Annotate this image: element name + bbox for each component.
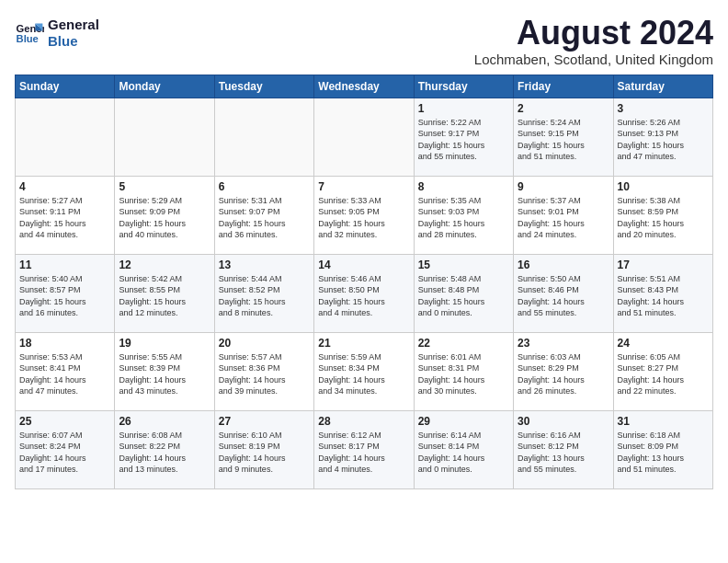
cell-content: Sunrise: 6:03 AM Sunset: 8:29 PM Dayligh… xyxy=(518,351,609,397)
calendar-cell: 21Sunrise: 5:59 AM Sunset: 8:34 PM Dayli… xyxy=(314,332,414,410)
day-number: 4 xyxy=(19,180,110,193)
calendar-cell: 4Sunrise: 5:27 AM Sunset: 9:11 PM Daylig… xyxy=(16,176,115,254)
cell-content: Sunrise: 5:53 AM Sunset: 8:41 PM Dayligh… xyxy=(19,351,110,397)
cell-content: Sunrise: 6:18 AM Sunset: 8:09 PM Dayligh… xyxy=(618,430,709,476)
calendar-cell: 11Sunrise: 5:40 AM Sunset: 8:57 PM Dayli… xyxy=(16,254,115,332)
cell-content: Sunrise: 5:55 AM Sunset: 8:39 PM Dayligh… xyxy=(119,351,210,397)
calendar-cell: 24Sunrise: 6:05 AM Sunset: 8:27 PM Dayli… xyxy=(613,332,712,410)
calendar-table: SundayMondayTuesdayWednesdayThursdayFrid… xyxy=(15,75,713,489)
cell-content: Sunrise: 5:35 AM Sunset: 9:03 PM Dayligh… xyxy=(418,195,509,241)
calendar-cell: 19Sunrise: 5:55 AM Sunset: 8:39 PM Dayli… xyxy=(115,332,214,410)
calendar-cell: 14Sunrise: 5:46 AM Sunset: 8:50 PM Dayli… xyxy=(314,254,414,332)
calendar-cell xyxy=(115,98,214,176)
calendar-cell: 15Sunrise: 5:48 AM Sunset: 8:48 PM Dayli… xyxy=(414,254,513,332)
cell-content: Sunrise: 5:22 AM Sunset: 9:17 PM Dayligh… xyxy=(418,117,509,163)
cell-content: Sunrise: 6:14 AM Sunset: 8:14 PM Dayligh… xyxy=(418,430,509,476)
calendar-cell: 13Sunrise: 5:44 AM Sunset: 8:52 PM Dayli… xyxy=(214,254,313,332)
calendar-cell: 31Sunrise: 6:18 AM Sunset: 8:09 PM Dayli… xyxy=(613,410,712,488)
day-number: 9 xyxy=(518,180,609,193)
page-header: General Blue General Blue August 2024 Lo… xyxy=(15,15,713,67)
day-number: 1 xyxy=(418,102,509,115)
cell-content: Sunrise: 6:07 AM Sunset: 8:24 PM Dayligh… xyxy=(19,430,110,476)
calendar-cell: 2Sunrise: 5:24 AM Sunset: 9:15 PM Daylig… xyxy=(514,98,613,176)
calendar-cell: 22Sunrise: 6:01 AM Sunset: 8:31 PM Dayli… xyxy=(414,332,513,410)
cell-content: Sunrise: 5:38 AM Sunset: 8:59 PM Dayligh… xyxy=(618,195,709,241)
cell-content: Sunrise: 6:12 AM Sunset: 8:17 PM Dayligh… xyxy=(318,430,409,476)
calendar-cell: 10Sunrise: 5:38 AM Sunset: 8:59 PM Dayli… xyxy=(613,176,712,254)
calendar-cell: 20Sunrise: 5:57 AM Sunset: 8:36 PM Dayli… xyxy=(214,332,313,410)
col-header-tuesday: Tuesday xyxy=(214,75,313,98)
col-header-wednesday: Wednesday xyxy=(314,75,414,98)
calendar-cell: 28Sunrise: 6:12 AM Sunset: 8:17 PM Dayli… xyxy=(314,410,414,488)
day-number: 29 xyxy=(418,415,509,428)
calendar-cell: 23Sunrise: 6:03 AM Sunset: 8:29 PM Dayli… xyxy=(514,332,613,410)
cell-content: Sunrise: 5:24 AM Sunset: 9:15 PM Dayligh… xyxy=(518,117,609,163)
day-number: 15 xyxy=(418,259,509,271)
calendar-cell: 3Sunrise: 5:26 AM Sunset: 9:13 PM Daylig… xyxy=(613,98,712,176)
cell-content: Sunrise: 6:16 AM Sunset: 8:12 PM Dayligh… xyxy=(518,430,609,476)
logo: General Blue General Blue xyxy=(15,15,99,50)
day-number: 19 xyxy=(119,337,210,350)
cell-content: Sunrise: 5:33 AM Sunset: 9:05 PM Dayligh… xyxy=(318,195,409,241)
cell-content: Sunrise: 5:29 AM Sunset: 9:09 PM Dayligh… xyxy=(119,195,210,241)
cell-content: Sunrise: 5:26 AM Sunset: 9:13 PM Dayligh… xyxy=(618,117,709,163)
calendar-cell xyxy=(16,98,115,176)
day-number: 17 xyxy=(618,259,709,271)
day-number: 8 xyxy=(418,180,509,193)
day-number: 22 xyxy=(418,337,509,350)
day-number: 3 xyxy=(618,102,709,115)
day-number: 14 xyxy=(318,259,409,271)
day-number: 26 xyxy=(119,415,210,428)
day-number: 12 xyxy=(119,259,210,271)
calendar-cell: 25Sunrise: 6:07 AM Sunset: 8:24 PM Dayli… xyxy=(16,410,115,488)
day-number: 11 xyxy=(19,259,110,271)
day-number: 25 xyxy=(19,415,110,428)
calendar-cell: 5Sunrise: 5:29 AM Sunset: 9:09 PM Daylig… xyxy=(115,176,214,254)
month-year: August 2024 xyxy=(474,15,713,52)
calendar-cell: 6Sunrise: 5:31 AM Sunset: 9:07 PM Daylig… xyxy=(214,176,313,254)
cell-content: Sunrise: 5:59 AM Sunset: 8:34 PM Dayligh… xyxy=(318,351,409,397)
day-number: 18 xyxy=(19,337,110,350)
cell-content: Sunrise: 6:08 AM Sunset: 8:22 PM Dayligh… xyxy=(119,430,210,476)
cell-content: Sunrise: 5:40 AM Sunset: 8:57 PM Dayligh… xyxy=(19,273,110,319)
day-number: 31 xyxy=(618,415,709,428)
day-number: 10 xyxy=(618,180,709,193)
cell-content: Sunrise: 5:48 AM Sunset: 8:48 PM Dayligh… xyxy=(418,273,509,319)
calendar-cell: 18Sunrise: 5:53 AM Sunset: 8:41 PM Dayli… xyxy=(16,332,115,410)
cell-content: Sunrise: 6:05 AM Sunset: 8:27 PM Dayligh… xyxy=(618,351,709,397)
day-number: 21 xyxy=(318,337,409,350)
calendar-cell: 9Sunrise: 5:37 AM Sunset: 9:01 PM Daylig… xyxy=(514,176,613,254)
day-number: 24 xyxy=(618,337,709,350)
cell-content: Sunrise: 5:46 AM Sunset: 8:50 PM Dayligh… xyxy=(318,273,409,319)
calendar-cell: 29Sunrise: 6:14 AM Sunset: 8:14 PM Dayli… xyxy=(414,410,513,488)
day-number: 5 xyxy=(119,180,210,193)
col-header-saturday: Saturday xyxy=(613,75,712,98)
calendar-cell: 1Sunrise: 5:22 AM Sunset: 9:17 PM Daylig… xyxy=(414,98,513,176)
calendar-cell xyxy=(214,98,313,176)
logo-icon: General Blue xyxy=(15,17,44,47)
cell-content: Sunrise: 5:27 AM Sunset: 9:11 PM Dayligh… xyxy=(19,195,110,241)
cell-content: Sunrise: 6:01 AM Sunset: 8:31 PM Dayligh… xyxy=(418,351,509,397)
col-header-friday: Friday xyxy=(514,75,613,98)
cell-content: Sunrise: 5:57 AM Sunset: 8:36 PM Dayligh… xyxy=(219,351,310,397)
day-number: 13 xyxy=(219,259,310,271)
calendar-cell xyxy=(314,98,414,176)
cell-content: Sunrise: 5:50 AM Sunset: 8:46 PM Dayligh… xyxy=(518,273,609,319)
svg-text:Blue: Blue xyxy=(17,33,39,44)
col-header-monday: Monday xyxy=(115,75,214,98)
col-header-sunday: Sunday xyxy=(16,75,115,98)
day-number: 23 xyxy=(518,337,609,350)
day-number: 16 xyxy=(518,259,609,271)
calendar-cell: 7Sunrise: 5:33 AM Sunset: 9:05 PM Daylig… xyxy=(314,176,414,254)
cell-content: Sunrise: 5:31 AM Sunset: 9:07 PM Dayligh… xyxy=(219,195,310,241)
calendar-cell: 8Sunrise: 5:35 AM Sunset: 9:03 PM Daylig… xyxy=(414,176,513,254)
col-header-thursday: Thursday xyxy=(414,75,513,98)
cell-content: Sunrise: 6:10 AM Sunset: 8:19 PM Dayligh… xyxy=(219,430,310,476)
cell-content: Sunrise: 5:42 AM Sunset: 8:55 PM Dayligh… xyxy=(119,273,210,319)
day-number: 20 xyxy=(219,337,310,350)
cell-content: Sunrise: 5:37 AM Sunset: 9:01 PM Dayligh… xyxy=(518,195,609,241)
logo-line2: Blue xyxy=(48,33,99,50)
day-number: 28 xyxy=(318,415,409,428)
day-number: 6 xyxy=(219,180,310,193)
logo-line1: General xyxy=(48,17,99,33)
